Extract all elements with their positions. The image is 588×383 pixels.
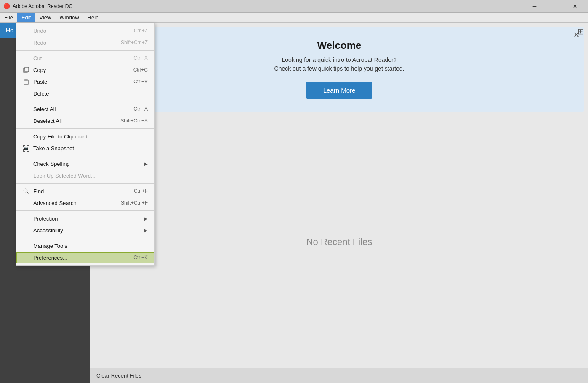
menu-file[interactable]: File xyxy=(0,13,17,22)
welcome-panel: ✕ Welcome Looking for a quick intro to A… xyxy=(95,27,584,112)
redo-icon xyxy=(22,39,30,46)
divider-2 xyxy=(16,101,154,101)
divider-4 xyxy=(16,156,154,156)
menu-copy-file[interactable]: Copy File to Clipboard xyxy=(16,130,154,142)
menu-check-spelling[interactable]: Check Spelling ▶ xyxy=(16,158,154,170)
menu-snapshot[interactable]: 📷 Take a Snapshot xyxy=(16,142,154,154)
select-all-icon xyxy=(22,105,30,113)
copy-icon xyxy=(22,66,30,74)
title-bar: 🔴 Adobe Acrobat Reader DC ─ □ ✕ xyxy=(0,0,588,13)
menu-undo[interactable]: Undo Ctrl+Z xyxy=(16,25,154,37)
menu-protection[interactable]: Protection ▶ xyxy=(16,213,154,224)
menu-delete[interactable]: Delete xyxy=(16,88,154,99)
protection-icon xyxy=(22,215,30,222)
menu-lookup-word[interactable]: Look Up Selected Word... xyxy=(16,170,154,181)
edit-menu-dropdown: Undo Ctrl+Z Redo Shift+Ctrl+Z Cut Ctrl+X… xyxy=(16,23,155,266)
divider-5 xyxy=(16,183,154,184)
menu-window[interactable]: Window xyxy=(55,13,83,22)
delete-icon xyxy=(22,90,30,97)
menu-find[interactable]: Find Ctrl+F xyxy=(16,185,154,197)
accessibility-arrow: ▶ xyxy=(144,228,148,233)
svg-rect-3 xyxy=(25,79,27,81)
undo-icon xyxy=(22,27,30,35)
svg-rect-1 xyxy=(25,67,29,72)
app-icon: 🔴 xyxy=(3,3,10,10)
menu-help[interactable]: Help xyxy=(83,13,103,22)
divider-7 xyxy=(16,238,154,238)
close-button[interactable]: ✕ xyxy=(565,0,585,13)
menu-cut[interactable]: Cut Ctrl+X xyxy=(16,52,154,64)
menu-accessibility[interactable]: Accessibility ▶ xyxy=(16,224,154,236)
snapshot-icon: 📷 xyxy=(22,144,30,152)
divider-1 xyxy=(16,50,154,51)
minimize-button[interactable]: ─ xyxy=(525,0,544,13)
lookup-icon xyxy=(22,172,30,179)
welcome-subtitle: Looking for a quick intro to Acrobat Rea… xyxy=(103,56,575,73)
cut-icon xyxy=(22,54,30,62)
window-controls: ─ □ ✕ xyxy=(525,0,585,13)
paste-icon xyxy=(22,78,30,85)
menu-bar: File Edit View Window Help xyxy=(0,13,588,23)
clear-recent-button[interactable]: Clear Recent Files xyxy=(90,368,588,383)
maximize-button[interactable]: □ xyxy=(545,0,564,13)
menu-paste[interactable]: Paste Ctrl+V xyxy=(16,76,154,88)
copy-file-icon xyxy=(22,133,30,140)
main-content: ⊞ ✕ Welcome Looking for a quick intro to… xyxy=(90,23,588,383)
grid-view-icon[interactable]: ⊞ xyxy=(577,27,584,36)
menu-advanced-search[interactable]: Advanced Search Shift+Ctrl+F xyxy=(16,197,154,209)
check-spelling-icon xyxy=(22,160,30,168)
edit-dropdown-container: Undo Ctrl+Z Redo Shift+Ctrl+Z Cut Ctrl+X… xyxy=(16,23,155,266)
menu-redo[interactable]: Redo Shift+Ctrl+Z xyxy=(16,37,154,48)
divider-3 xyxy=(16,128,154,129)
protection-arrow: ▶ xyxy=(144,216,148,221)
menu-deselect-all[interactable]: Deselect All Shift+Ctrl+A xyxy=(16,115,154,127)
deselect-all-icon xyxy=(22,117,30,125)
menu-view[interactable]: View xyxy=(35,13,55,22)
accessibility-icon xyxy=(22,226,30,234)
learn-more-button[interactable]: Learn More xyxy=(306,82,372,99)
preferences-icon xyxy=(22,254,30,261)
app-title: Adobe Acrobat Reader DC xyxy=(13,3,525,9)
svg-line-5 xyxy=(27,192,29,194)
no-recent-label: No Recent Files xyxy=(90,116,588,368)
menu-select-all[interactable]: Select All Ctrl+A xyxy=(16,103,154,115)
manage-tools-icon xyxy=(22,242,30,250)
svg-point-4 xyxy=(24,189,27,192)
menu-manage-tools[interactable]: Manage Tools xyxy=(16,240,154,252)
divider-6 xyxy=(16,210,154,211)
advanced-search-icon xyxy=(22,199,30,207)
menu-copy[interactable]: Copy Ctrl+C xyxy=(16,64,154,76)
menu-preferences[interactable]: Preferences... Ctrl+K xyxy=(16,252,154,263)
find-icon xyxy=(22,187,30,195)
check-spelling-arrow: ▶ xyxy=(144,162,148,166)
welcome-title: Welcome xyxy=(103,40,575,51)
menu-edit[interactable]: Edit xyxy=(17,13,35,22)
